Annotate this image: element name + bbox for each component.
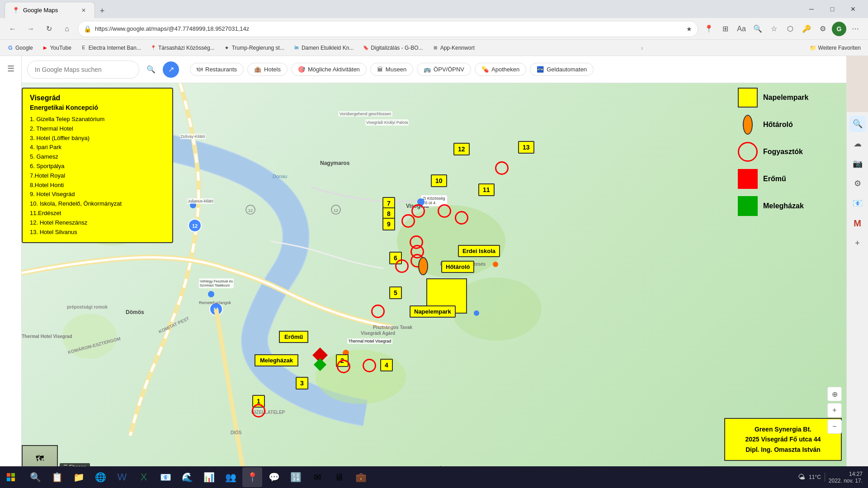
minimize-button[interactable]: ─ bbox=[801, 0, 822, 18]
taskbar-task-view-icon[interactable]: 📋 bbox=[47, 467, 67, 487]
profile-button[interactable]: G bbox=[832, 22, 846, 36]
clock-area[interactable]: 14:27 2022. nov. 17. bbox=[829, 471, 863, 484]
home-button[interactable]: ⌂ bbox=[60, 22, 74, 36]
taskbar-file-explorer[interactable]: 📁 bbox=[69, 467, 89, 487]
settings-icon[interactable]: ⚙ bbox=[816, 22, 830, 36]
taskbar-word-icon[interactable]: W bbox=[112, 467, 132, 487]
taskbar-browser-icon[interactable]: 🌐 bbox=[90, 467, 110, 487]
bookmark-trump[interactable]: ★ Trump-Regierung st... bbox=[220, 44, 288, 52]
close-button[interactable]: ✕ bbox=[843, 0, 863, 18]
taskbar-teams-icon[interactable]: 👥 bbox=[221, 467, 241, 487]
search-button[interactable]: 🔍 bbox=[143, 61, 159, 78]
company-box: Green Synergia Bt. 2025 Visegrád Fő utca… bbox=[724, 418, 842, 461]
weitere-favoriten-button[interactable]: 📁 Weitere Favoriten bbox=[806, 44, 864, 52]
nagymaros-label: Nagymaros bbox=[320, 160, 349, 166]
directions-button[interactable]: ↗ bbox=[163, 61, 179, 78]
account-icon[interactable]: 🔑 bbox=[799, 22, 814, 36]
zoom-in-button[interactable]: + bbox=[827, 403, 842, 418]
map-num-13: 13 bbox=[518, 141, 534, 154]
browser-chrome: 📍 Google Maps ✕ + ─ □ ✕ ← → ↻ ⌂ 🔒 https:… bbox=[0, 0, 868, 56]
pisztrангos-label: Pisztrángos Tavak bbox=[373, 325, 412, 330]
collections-icon[interactable]: ⬡ bbox=[783, 22, 797, 36]
zoom-out-button[interactable]: − bbox=[827, 419, 842, 434]
rl-eromü: Erőmű bbox=[738, 169, 842, 189]
bookmark-digital-label: Digitalizálás - G-BO... bbox=[371, 45, 423, 51]
taskbar-icons: 🔍 📋 📁 🌐 W X 📧 🌊 📊 👥 📍 💬 🔢 ✉ 🖥 💼 bbox=[22, 467, 798, 487]
more-menu-button[interactable]: ⋯ bbox=[848, 22, 863, 36]
tab-favicon: 📍 bbox=[12, 7, 19, 14]
forward-button[interactable]: → bbox=[24, 22, 38, 36]
taskbar-messenger-icon[interactable]: 💬 bbox=[264, 467, 284, 487]
edge-sidebar-office[interactable]: ⚙ bbox=[849, 175, 866, 192]
bookmarks-more-separator: › bbox=[641, 44, 643, 52]
edge-sidebar-cloud[interactable]: ☁ bbox=[849, 136, 866, 152]
taskbar-extra1-icon[interactable]: 🖥 bbox=[329, 467, 349, 487]
hotels-icon: 🏨 bbox=[254, 66, 261, 73]
category-opv[interactable]: 🚌 ÖPV/ÖPNV bbox=[417, 63, 471, 76]
favorites-icon[interactable]: ☆ bbox=[767, 22, 781, 36]
taskbar-calc-icon[interactable]: 🔢 bbox=[286, 467, 306, 487]
location-icon[interactable]: 📍 bbox=[702, 22, 716, 36]
extensions-icon[interactable]: ⊞ bbox=[718, 22, 732, 36]
hotels-label: Hotels bbox=[264, 66, 281, 73]
bookmark-digital[interactable]: 🔖 Digitalizálás - G-BO... bbox=[359, 44, 426, 52]
active-tab[interactable]: 📍 Google Maps ✕ bbox=[5, 2, 95, 18]
legend-panel: Visegrád Energetikai Koncepció 1. Gizell… bbox=[22, 88, 173, 243]
category-apotheken[interactable]: 💊 Apotheken bbox=[475, 63, 526, 76]
reader-mode-icon[interactable]: Aa bbox=[734, 22, 749, 36]
circle-marker-13 bbox=[252, 404, 265, 418]
zoom-icon[interactable]: 🔍 bbox=[750, 22, 765, 36]
eromü-shape-icon bbox=[738, 169, 758, 189]
edge-sidebar-camera[interactable]: 📷 bbox=[849, 155, 866, 172]
rl-fogyasztok: Fogyasztók bbox=[738, 142, 842, 162]
map-area[interactable]: 12 11 12 12 bbox=[22, 83, 846, 488]
taskbar-edge-icon[interactable]: 🌊 bbox=[177, 467, 197, 487]
edge-sidebar-add[interactable]: + bbox=[849, 235, 866, 251]
category-restaurants[interactable]: 🍽 Restaurants bbox=[190, 63, 244, 76]
tab-close-button[interactable]: ✕ bbox=[80, 7, 87, 14]
search-input[interactable] bbox=[27, 61, 139, 79]
bookmark-tarsas[interactable]: 📍 Társasházi Közösség... bbox=[146, 44, 218, 52]
bookmark-youtube-label: YouTube bbox=[50, 45, 71, 51]
thermal-text: Thermal Hotel Visegrad bbox=[347, 338, 392, 344]
opv-icon: 🚌 bbox=[424, 66, 431, 73]
taskbar-extra2-icon[interactable]: 💼 bbox=[351, 467, 371, 487]
edge-sidebar-search[interactable]: 🔍 bbox=[849, 116, 866, 132]
bookmark-app[interactable]: ⊞ App-Kennwort bbox=[429, 44, 478, 52]
edge-sidebar-outlook[interactable]: 📧 bbox=[849, 195, 866, 211]
url-text: https://www.google.at/maps/@47.7748999,1… bbox=[95, 25, 683, 32]
taskbar-outlook-icon[interactable]: 📧 bbox=[156, 467, 175, 487]
digital-favicon: 🔖 bbox=[363, 45, 369, 51]
bookmark-electra[interactable]: E Electra Internet Ban... bbox=[77, 44, 145, 52]
svg-rect-14 bbox=[314, 358, 326, 371]
taskbar-excel-icon[interactable]: X bbox=[134, 467, 154, 487]
eromü-label: Erőmű bbox=[279, 331, 308, 343]
taskbar-search-icon[interactable]: 🔍 bbox=[25, 467, 45, 487]
museen-icon: 🏛 bbox=[377, 66, 383, 73]
legend-subtitle: Energetikai Koncepció bbox=[30, 104, 165, 111]
category-geldautomaten[interactable]: 🏧 Geldautomaten bbox=[530, 63, 594, 76]
location-control-button[interactable]: ⊕ bbox=[827, 387, 842, 401]
new-tab-button[interactable]: + bbox=[95, 4, 109, 18]
back-button[interactable]: ← bbox=[5, 22, 20, 36]
refresh-button[interactable]: ↻ bbox=[42, 22, 56, 36]
category-museen[interactable]: 🏛 Museen bbox=[370, 63, 413, 76]
category-bar: 🍽 Restaurants 🏨 Hotels 🎯 Mögliche Aktivi… bbox=[184, 56, 846, 83]
taskbar-maps-icon[interactable]: 📍 bbox=[242, 467, 262, 487]
bookmark-damen[interactable]: in Damen Etuikleid Kn... bbox=[290, 44, 357, 52]
start-button[interactable] bbox=[0, 466, 22, 488]
tarsas-favicon: 📍 bbox=[150, 45, 156, 51]
taskbar-powerpoint-icon[interactable]: 📊 bbox=[199, 467, 219, 487]
address-bar[interactable]: 🔒 https://www.google.at/maps/@47.7748999… bbox=[78, 21, 698, 37]
apotheken-icon: 💊 bbox=[481, 66, 489, 73]
taskbar-mail-icon[interactable]: ✉ bbox=[307, 467, 327, 487]
hamburger-menu-button[interactable]: ☰ bbox=[2, 60, 20, 78]
trump-favicon: ★ bbox=[224, 45, 230, 51]
edge-sidebar-gmail[interactable]: M bbox=[849, 215, 866, 231]
bookmark-google[interactable]: G Google bbox=[4, 44, 37, 52]
bookmark-youtube[interactable]: ▶ YouTube bbox=[38, 44, 75, 52]
category-hotels[interactable]: 🏨 Hotels bbox=[247, 63, 288, 76]
maximize-button[interactable]: □ bbox=[822, 0, 843, 18]
category-activities[interactable]: 🎯 Mögliche Aktivitäten bbox=[291, 63, 367, 76]
remetebarlangok-label: Remetebarlangok bbox=[199, 298, 231, 306]
